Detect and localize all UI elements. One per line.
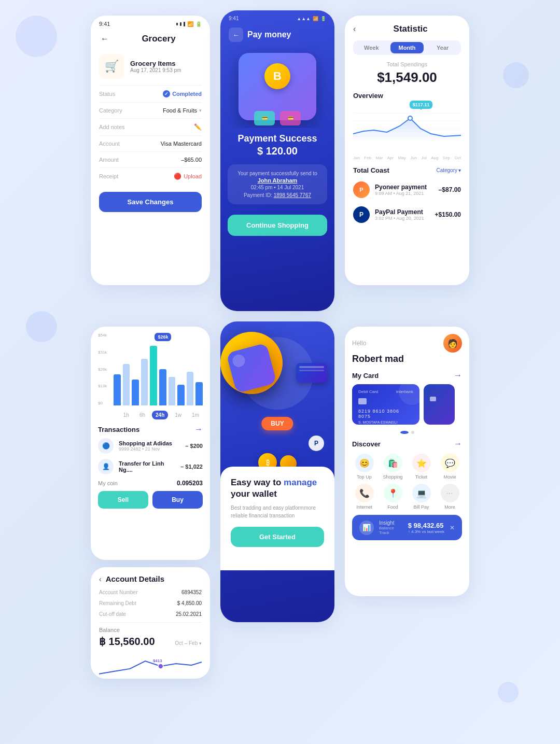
time-tab-1h[interactable]: 1h	[120, 411, 133, 419]
credit-card-2[interactable]	[424, 384, 455, 425]
remaining-debt-label: Remaining Debt	[99, 600, 136, 606]
time-tab-1m[interactable]: 1m	[188, 411, 203, 419]
status-row: Status Completed	[91, 86, 210, 102]
my-coin-row: My coin 0.095203	[98, 480, 203, 487]
pay-status-bar: 9:41 ▲▲▲ 📶 🔋	[220, 10, 334, 23]
paypal-icon: P	[353, 206, 370, 223]
card-dot-1	[400, 431, 409, 434]
get-started-button[interactable]: Get Started	[231, 527, 324, 547]
debit-card[interactable]: Debit Card Interbank 8219 8610 3806 8075…	[352, 384, 419, 425]
crypto-trans-icon-0: 🔵	[98, 438, 114, 454]
discover-item-internet[interactable]: 📞 Internet	[352, 484, 376, 510]
food-label: Food	[387, 504, 398, 510]
internet-label: Internet	[356, 504, 372, 510]
back-button[interactable]: ←	[99, 33, 110, 45]
pay-status-icons: ▲▲▲ 📶 🔋	[297, 16, 326, 21]
insight-label: Insight	[379, 520, 403, 526]
save-changes-button[interactable]: Save Changes	[99, 192, 202, 212]
coins-pile: ₿	[258, 453, 297, 467]
more-icon: ···	[441, 484, 459, 502]
chip-icon	[358, 398, 367, 404]
discover-item-more[interactable]: ··· More	[438, 484, 462, 510]
sell-button[interactable]: Sell	[98, 491, 148, 509]
discover-item-billpay[interactable]: 💻 Bill Pay	[409, 484, 433, 510]
account-details-screen: ‹ Account Details Account Number 6894352…	[91, 567, 210, 679]
ticket-label: Ticket	[415, 474, 428, 480]
hello-row: Hello 🧑	[352, 334, 462, 353]
period-tabs: Week Month Year	[353, 40, 461, 55]
shopping-label: Shopping	[383, 474, 402, 480]
account-back-button[interactable]: ‹	[99, 575, 102, 583]
card-dot-2	[411, 431, 414, 434]
bar-8	[187, 372, 194, 405]
bar-2	[132, 380, 139, 405]
shopping-icon: 🛍️	[384, 454, 402, 472]
close-insight-button[interactable]: ✕	[450, 524, 455, 531]
crypto-trans-amount-0: – $200	[185, 443, 203, 449]
discover-item-shopping[interactable]: 🛍️ Shopping	[381, 454, 405, 480]
promo-screen: ₿ ₿ P BUY	[220, 321, 334, 622]
payment-datetime: 02:45 pm • 14 Jul 2021	[235, 184, 320, 191]
stat-back-button[interactable]: ‹	[353, 24, 356, 34]
balance-label: Balance	[99, 627, 202, 633]
status-time: 9:41	[99, 21, 110, 27]
buy-button[interactable]: Buy	[152, 491, 203, 509]
bar-5	[159, 369, 166, 405]
card-chip-pink: 💳	[280, 111, 301, 125]
my-card-arrow[interactable]: →	[454, 371, 462, 380]
tab-year[interactable]: Year	[426, 42, 459, 53]
crypto-trans-name-1: Transfer for Linh Ng....	[119, 460, 175, 473]
billpay-icon: 💻	[412, 484, 431, 502]
food-icon: 📍	[384, 484, 402, 502]
crypto-trans-0: 🔵 Shopping at Adidas 9999 2482 • 21 Nov …	[98, 438, 203, 454]
notes-row[interactable]: Add notes ✏️	[91, 119, 210, 135]
discover-item-food[interactable]: 📍 Food	[381, 484, 405, 510]
discover-item-movie[interactable]: 💬 Movie	[438, 454, 462, 480]
pile-coin-2	[280, 455, 297, 467]
trans-amount-1: +$150.00	[435, 211, 461, 218]
bar-chart-area: $54k $31k $26k $13k $0 $26k	[98, 333, 203, 405]
crypto-trans-sub-0: 9999 2482 • 21 Nov	[119, 446, 180, 452]
remaining-debt-row: Remaining Debt $ 4,850.00	[99, 600, 202, 606]
paypal-badge: P	[309, 436, 324, 451]
pay-back-button[interactable]: ←	[229, 27, 243, 42]
signal-2	[180, 22, 181, 26]
time-tab-6h[interactable]: 6h	[136, 411, 149, 419]
trans-date-0: 9:09 AM • Aug 21, 2021	[375, 191, 433, 196]
bar-6	[169, 377, 176, 405]
see-all-button[interactable]: →	[194, 425, 203, 434]
insight-amount-col: $ 98,432.65 ↑ 4.3% vs last week	[408, 522, 444, 534]
discover-arrow[interactable]: →	[454, 439, 462, 448]
grocery-item-name: Grocery Items	[130, 60, 181, 67]
account-number-row: Account Number 6894352	[99, 589, 202, 595]
tab-month[interactable]: Month	[390, 42, 424, 53]
receipt-row: Receipt 🔴 Upload	[91, 168, 210, 185]
pioneer-icon: P	[353, 181, 370, 198]
tab-week[interactable]: Week	[355, 42, 388, 53]
time-tab-1w[interactable]: 1w	[171, 411, 185, 419]
chart-tooltip: $117.11	[410, 101, 433, 109]
grocery-item-row: 🛒 Grocery Items Aug 17, 2021 9:53 pm	[91, 50, 210, 85]
status-bar: 9:41 📶 🔋	[91, 16, 210, 29]
card-holder-name: S. MOSTAFA ESMAEILI	[358, 420, 413, 424]
balance-amount: ฿ 15,560.00	[99, 635, 155, 648]
buy-badge[interactable]: BUY	[261, 417, 293, 430]
continue-shopping-button[interactable]: Continue Shopping	[228, 215, 327, 236]
receipt-upload[interactable]: 🔴 Upload	[174, 173, 202, 180]
card-chip-teal: 💳	[254, 111, 275, 125]
edit-icon: ✏️	[194, 123, 202, 131]
my-card-title: My Card	[352, 372, 379, 380]
category-label: Category	[99, 107, 122, 114]
discover-item-topup[interactable]: 😊 Top Up	[352, 454, 376, 480]
discover-grid: 😊 Top Up 🛍️ Shopping ⭐ Ticket 💬 Movie 📞 …	[352, 454, 462, 510]
pay-illustration: B 💳 💳	[220, 45, 334, 128]
total-cost-label: Total Coast	[353, 166, 389, 174]
time-tab-24h[interactable]: 24h	[152, 411, 168, 419]
category-filter[interactable]: Category ▾	[436, 167, 461, 173]
stat-title: Statistic	[360, 24, 461, 34]
trans-info-1: PayPal Payment 3:02 PM • Aug 20, 2021	[375, 208, 430, 221]
insight-text: Insight Balance Track	[379, 520, 403, 535]
billpay-label: Bill Pay	[413, 504, 429, 510]
transaction-item-1: P PayPal Payment 3:02 PM • Aug 20, 2021 …	[345, 202, 469, 227]
discover-item-ticket[interactable]: ⭐ Ticket	[409, 454, 433, 480]
